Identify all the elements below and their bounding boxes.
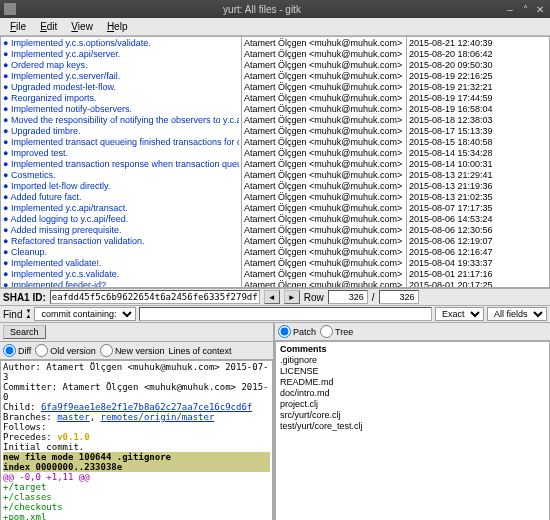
- find-fields-select[interactable]: All fields: [487, 307, 547, 321]
- commit-row[interactable]: Cleanup.: [3, 247, 239, 258]
- menu-edit[interactable]: Edit: [34, 20, 63, 33]
- commit-author: Atamert Ölçgen <muhuk@muhuk.com>: [244, 104, 404, 115]
- commit-author: Atamert Ölçgen <muhuk@muhuk.com>: [244, 170, 404, 181]
- commit-row[interactable]: Imported let-flow directly.: [3, 181, 239, 192]
- commit-row[interactable]: Implemented y.c.s.options/validate.: [3, 38, 239, 49]
- prev-button[interactable]: ◄: [264, 290, 280, 304]
- maximize-button[interactable]: ˄: [519, 3, 531, 15]
- search-button[interactable]: Search: [3, 325, 46, 339]
- commit-date: 2015-08-14 10:00:31: [409, 159, 547, 170]
- commit-row[interactable]: Reorganized imports.: [3, 93, 239, 104]
- row-total: 326: [379, 290, 419, 304]
- commit-row[interactable]: Added logging to y.c.api/feed.: [3, 214, 239, 225]
- commit-author: Atamert Ölçgen <muhuk@muhuk.com>: [244, 236, 404, 247]
- commit-date: 2015-08-06 12:30:56: [409, 225, 547, 236]
- sha-label: SHA1 ID:: [3, 292, 46, 303]
- tree-file[interactable]: doc/intro.md: [280, 388, 545, 399]
- close-button[interactable]: ✕: [534, 3, 546, 15]
- commit-row[interactable]: Implemented feeder-id?.: [3, 280, 239, 288]
- tree-file[interactable]: project.clj: [280, 399, 545, 410]
- tree-radio[interactable]: Tree: [320, 325, 353, 338]
- commit-date: 2015-08-18 12:38:03: [409, 115, 547, 126]
- commit-date: 2015-08-06 14:53:24: [409, 214, 547, 225]
- tree-file[interactable]: README.md: [280, 377, 545, 388]
- commit-row[interactable]: Refactored transaction validation.: [3, 236, 239, 247]
- commit-author: Atamert Ölçgen <muhuk@muhuk.com>: [244, 82, 404, 93]
- commit-row[interactable]: Implemented notify-observers.: [3, 104, 239, 115]
- commit-row[interactable]: Implemented y.c.api/server.: [3, 49, 239, 60]
- commit-row[interactable]: Implemented transaction response when tr…: [3, 159, 239, 170]
- commit-date: 2015-08-13 21:29:41: [409, 170, 547, 181]
- find-exact-select[interactable]: Exact: [435, 307, 484, 321]
- patch-radio[interactable]: Patch: [278, 325, 316, 338]
- commit-author: Atamert Ölçgen <muhuk@muhuk.com>: [244, 60, 404, 71]
- sha-input[interactable]: [50, 290, 260, 304]
- find-input[interactable]: [139, 307, 432, 321]
- commit-date: 2015-08-13 21:02:35: [409, 192, 547, 203]
- commit-row[interactable]: Upgraded timbre.: [3, 126, 239, 137]
- commit-date: 2015-08-19 22:16:25: [409, 71, 547, 82]
- commit-author-column[interactable]: Atamert Ölçgen <muhuk@muhuk.com>Atamert …: [242, 36, 407, 288]
- commit-date: 2015-08-15 18:40:58: [409, 137, 547, 148]
- commit-row[interactable]: Ordered map keys.: [3, 60, 239, 71]
- row-sep: /: [372, 292, 375, 303]
- commit-author: Atamert Ölçgen <muhuk@muhuk.com>: [244, 159, 404, 170]
- find-mode-select[interactable]: commit containing:: [34, 307, 136, 321]
- commit-author: Atamert Ölçgen <muhuk@muhuk.com>: [244, 247, 404, 258]
- menu-help[interactable]: Help: [101, 20, 134, 33]
- row-label: Row: [304, 292, 324, 303]
- old-version-radio[interactable]: Old version: [35, 344, 96, 357]
- commit-date: 2015-08-06 12:16:47: [409, 247, 547, 258]
- commit-date: 2015-08-01 21:17:16: [409, 269, 547, 280]
- commit-date: 2015-08-19 21:32:21: [409, 82, 547, 93]
- commit-date: 2015-08-21 12:40:39: [409, 38, 547, 49]
- commit-row[interactable]: Implemented validate!.: [3, 258, 239, 269]
- commit-subject-column[interactable]: Implemented y.c.s.options/validate.Imple…: [0, 36, 242, 288]
- tree-view[interactable]: Comments.gitignoreLICENSEREADME.mddoc/in…: [275, 341, 550, 520]
- commit-row[interactable]: Upgraded modest-let-flow.: [3, 82, 239, 93]
- commit-author: Atamert Ölçgen <muhuk@muhuk.com>: [244, 181, 404, 192]
- window-titlebar: yurt: All files - gitk – ˄ ✕: [0, 0, 550, 18]
- diff-view[interactable]: Author: Atamert Ölçgen <muhuk@muhuk.com>…: [0, 360, 273, 520]
- commit-row[interactable]: Implemented y.c.api/transact.: [3, 203, 239, 214]
- tree-file[interactable]: LICENSE: [280, 366, 545, 377]
- commit-author: Atamert Ölçgen <muhuk@muhuk.com>: [244, 258, 404, 269]
- lines-context-label: Lines of context: [168, 346, 231, 356]
- new-version-radio[interactable]: New version: [100, 344, 165, 357]
- tree-file[interactable]: src/yurt/core.clj: [280, 410, 545, 421]
- commit-author: Atamert Ölçgen <muhuk@muhuk.com>: [244, 280, 404, 288]
- tree-file[interactable]: .gitignore: [280, 355, 545, 366]
- commit-row[interactable]: Implemented y.c.server/fail.: [3, 71, 239, 82]
- commit-row[interactable]: Added future fact.: [3, 192, 239, 203]
- diff-radio[interactable]: Diff: [3, 344, 31, 357]
- commit-date: 2015-08-19 17:44:59: [409, 93, 547, 104]
- tree-file[interactable]: test/yurt/core_test.clj: [280, 421, 545, 432]
- commit-date: 2015-08-06 12:19:07: [409, 236, 547, 247]
- commit-author: Atamert Ölçgen <muhuk@muhuk.com>: [244, 49, 404, 60]
- commit-row[interactable]: Implemented transact queueing finished t…: [3, 137, 239, 148]
- commit-row[interactable]: Improved test.: [3, 148, 239, 159]
- commit-author: Atamert Ölçgen <muhuk@muhuk.com>: [244, 115, 404, 126]
- minimize-button[interactable]: –: [504, 3, 516, 15]
- commit-row[interactable]: Added missing prerequisite.: [3, 225, 239, 236]
- commit-author: Atamert Ölçgen <muhuk@muhuk.com>: [244, 203, 404, 214]
- tree-comments[interactable]: Comments: [280, 344, 545, 355]
- commit-date: 2015-08-17 15:13:39: [409, 126, 547, 137]
- sha-row: SHA1 ID: ◄ ► Row 326 / 326: [0, 288, 550, 306]
- commit-row[interactable]: Cosmetics.: [3, 170, 239, 181]
- next-button[interactable]: ►: [284, 290, 300, 304]
- menu-view[interactable]: View: [65, 20, 99, 33]
- commit-date-column[interactable]: 2015-08-21 12:40:392015-08-20 18:06:4220…: [407, 36, 550, 288]
- commit-author: Atamert Ölçgen <muhuk@muhuk.com>: [244, 148, 404, 159]
- commit-row[interactable]: Moved the responsibility of notifying th…: [3, 115, 239, 126]
- menu-file[interactable]: File: [4, 20, 32, 33]
- commit-author: Atamert Ölçgen <muhuk@muhuk.com>: [244, 137, 404, 148]
- commit-date: 2015-08-07 17:17:35: [409, 203, 547, 214]
- commit-row[interactable]: Implemented y.c.s.validate.: [3, 269, 239, 280]
- find-prev-icon[interactable]: ▲: [25, 314, 31, 319]
- commit-author: Atamert Ölçgen <muhuk@muhuk.com>: [244, 225, 404, 236]
- app-icon: [4, 3, 16, 15]
- commit-author: Atamert Ölçgen <muhuk@muhuk.com>: [244, 71, 404, 82]
- commit-author: Atamert Ölçgen <muhuk@muhuk.com>: [244, 192, 404, 203]
- commit-author: Atamert Ölçgen <muhuk@muhuk.com>: [244, 269, 404, 280]
